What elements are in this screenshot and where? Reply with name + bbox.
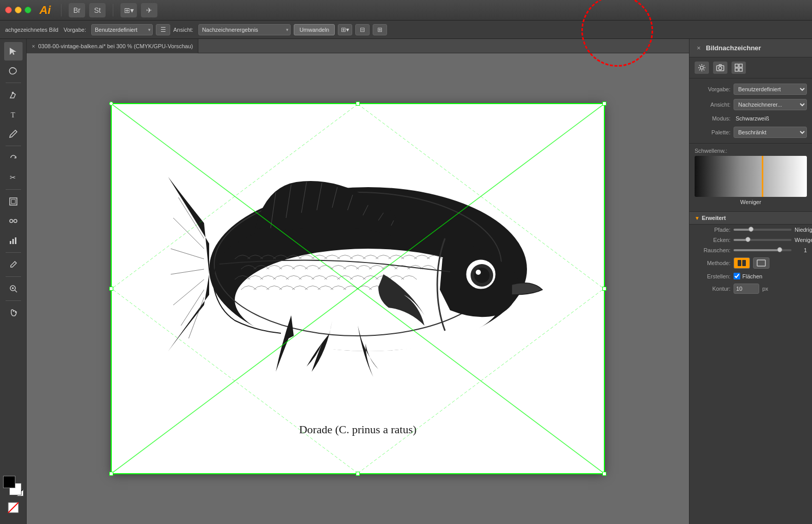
vorgabe-select-wrapper: Benutzerdefiniert ▾ [91, 24, 153, 35]
rotate-tool-button[interactable] [4, 149, 23, 167]
pen-tool-button[interactable] [4, 86, 23, 104]
svg-line-59 [189, 297, 204, 338]
align-left-icon-button[interactable]: ⊟ [355, 24, 370, 35]
right-panel: × Bildnachzeichner Vorgabe: Benutzerdefi… [689, 39, 812, 524]
svg-rect-70 [739, 68, 742, 71]
none-icon[interactable] [4, 498, 23, 517]
workspace-button[interactable]: ⊞▾ [120, 3, 137, 17]
color-swatches[interactable] [3, 476, 24, 496]
svg-point-5 [10, 219, 13, 223]
kontur-input[interactable] [734, 284, 759, 294]
panel-header: × Bildnachzeichner [689, 39, 812, 57]
selection-handle-ml[interactable] [109, 287, 113, 291]
ecken-slider[interactable] [734, 239, 791, 241]
erstellen-checkbox-item[interactable]: Flächen [734, 273, 762, 279]
tab-close-icon[interactable]: × [32, 43, 35, 49]
fullscreen-button[interactable] [25, 7, 31, 13]
panel-camera-icon[interactable] [713, 62, 727, 74]
tool-separator-1 [6, 83, 21, 83]
blend-tool-button[interactable] [4, 212, 23, 230]
selection-handle-tr[interactable] [602, 102, 606, 106]
rauschen-label: Rauschen: [695, 247, 730, 253]
eyedropper-tool-button[interactable] [4, 255, 23, 274]
kontur-unit: px [762, 286, 768, 292]
panel-modus-row: Modus: Schwarzweiß [695, 114, 807, 123]
panel-ansicht-select[interactable]: Nachzeichnerer... [734, 99, 807, 110]
panel-modus-value: Schwarzweiß [734, 114, 807, 123]
canvas-document[interactable]: Dorade (C. prinus a ratus) [112, 104, 604, 473]
selection-handle-tc[interactable] [356, 102, 360, 106]
rauschen-slider[interactable] [734, 249, 791, 251]
panel-grid-icon[interactable] [732, 62, 746, 74]
erstellen-label: Erstellen: [695, 273, 730, 279]
selection-handle-bl[interactable] [109, 472, 113, 476]
threshold-label-row: Schwellenw.: [695, 148, 807, 154]
panel-vorgabe-select[interactable]: Benutzerdefiniert [734, 84, 807, 95]
svg-rect-68 [739, 64, 742, 67]
fish-illustration [153, 141, 563, 418]
panel-modus-label: Modus: [695, 115, 730, 122]
canvas-area: × 0308-00-vintage-balken.ai* bei 300 % (… [27, 39, 689, 524]
umwandeln-button[interactable]: Umwandeln [294, 24, 335, 35]
selection-handle-bc[interactable] [356, 472, 360, 476]
graph-tool-button[interactable] [4, 231, 23, 250]
pfade-slider[interactable] [734, 229, 791, 231]
app-logo: Ai [39, 4, 51, 17]
close-button[interactable] [5, 7, 12, 13]
tool-separator-4 [6, 252, 21, 253]
arrange-button[interactable]: ✈ [141, 3, 157, 17]
panel-palette-select[interactable]: Beschränkt [734, 127, 807, 138]
stock-button[interactable]: St [89, 3, 106, 17]
vorgabe-select[interactable]: Benutzerdefiniert [91, 24, 153, 35]
selection-handle-br[interactable] [602, 472, 606, 476]
panel-vorgabe-label: Vorgabe: [695, 86, 730, 92]
threshold-handle[interactable] [762, 156, 763, 197]
svg-rect-71 [738, 260, 741, 266]
minimize-button[interactable] [15, 7, 22, 13]
panel-settings-icon[interactable] [695, 62, 709, 74]
foreground-color[interactable] [3, 476, 15, 488]
pfade-label: Pfade: [695, 227, 730, 233]
scissors-tool-button[interactable]: ✂ [4, 168, 23, 187]
document-tab[interactable]: × 0308-00-vintage-balken.ai* bei 300 % (… [27, 39, 198, 53]
list-icon-button[interactable]: ☰ [156, 24, 170, 35]
svg-line-55 [171, 249, 204, 259]
pfade-row: Pfade: Niedrig [689, 225, 812, 235]
type-tool-button[interactable]: T [4, 105, 23, 124]
lasso-tool-button[interactable] [4, 62, 23, 80]
tool-separator-5 [6, 276, 21, 277]
ansicht-select[interactable]: Nachzeichnerergebnis [198, 24, 291, 35]
svg-rect-9 [15, 237, 16, 244]
bridge-button[interactable]: Br [69, 3, 85, 17]
methode-btn-1[interactable] [734, 257, 750, 269]
fish-caption-text: Dorade (C. prinus a ratus) [299, 423, 416, 436]
pencil-tool-button[interactable] [4, 125, 23, 143]
hand-tool-button[interactable] [4, 304, 23, 322]
zoom-tool-button[interactable] [4, 279, 23, 298]
panel-body: Vorgabe: Benutzerdefiniert Ansicht: Nach… [689, 78, 812, 143]
select-tool-button[interactable] [4, 42, 23, 61]
svg-text:T: T [11, 111, 15, 119]
svg-point-6 [14, 219, 17, 223]
panel-close-button[interactable]: × [695, 44, 703, 52]
selection-handle-tl[interactable] [109, 102, 113, 106]
svg-text:✂: ✂ [10, 173, 16, 182]
fish-image-container: Dorade (C. prinus a ratus) [112, 104, 604, 473]
weniger-label: Weniger [695, 199, 807, 205]
svg-rect-72 [742, 260, 746, 266]
align-right-icon-button[interactable]: ⊞ [373, 24, 387, 35]
methode-btn-2[interactable] [753, 257, 769, 269]
svg-rect-73 [757, 260, 765, 266]
erweitert-expand[interactable]: ▼ Erweitert [689, 211, 812, 225]
erstellen-checkbox[interactable] [734, 273, 740, 279]
ecken-label: Ecken: [695, 237, 730, 243]
artboard-tool-button[interactable] [4, 192, 23, 211]
color-swatches-area [1, 474, 26, 521]
expand-icon-button[interactable]: ⊞▾ [338, 24, 352, 35]
methode-label: Methode: [695, 260, 730, 266]
svg-rect-7 [10, 241, 11, 244]
threshold-bar[interactable] [695, 156, 807, 197]
svg-rect-3 [10, 198, 17, 205]
svg-line-53 [178, 197, 204, 238]
selection-handle-mr[interactable] [602, 287, 606, 291]
